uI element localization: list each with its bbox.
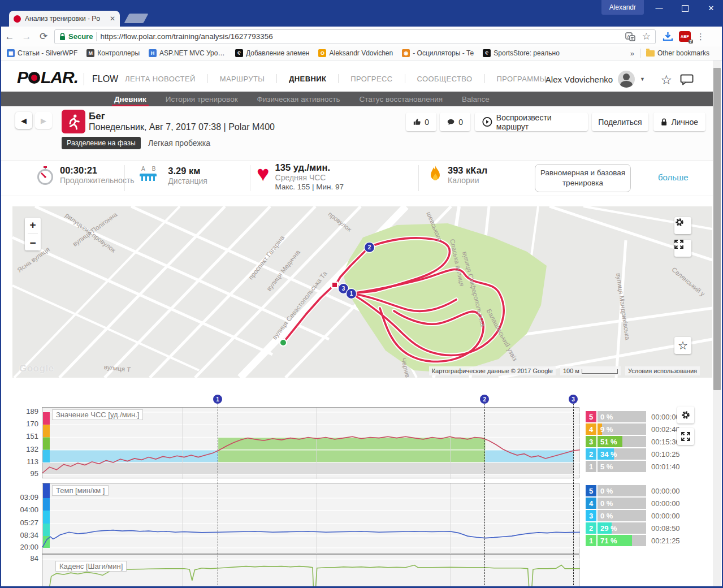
zone-row: 234 % xyxy=(586,448,646,460)
bookmark-item[interactable]: ϚДобавление элемен xyxy=(235,49,309,57)
zone-number: 5 xyxy=(586,411,596,422)
bookmark-item[interactable]: HASP.NET MVC Урок Е xyxy=(149,49,226,57)
axis-tick-label: 151 xyxy=(11,432,38,440)
bookmark-item[interactable]: OAleksandr Vdovichen xyxy=(318,49,393,57)
route-map[interactable]: рилуцький провулоквулиця ПолігоннаЯсна в… xyxy=(12,206,712,378)
map-settings-button[interactable] xyxy=(674,217,691,234)
window-minimize-button[interactable]: — xyxy=(646,0,672,16)
axis-tick-label: 84 xyxy=(11,554,38,563)
zone-number: 1 xyxy=(586,535,596,546)
phase-split-badge[interactable]: Разделение на фазы xyxy=(62,137,141,149)
chart-settings-button[interactable] xyxy=(677,407,694,423)
nav-item[interactable]: ПРОГРЕСС xyxy=(339,75,404,83)
url-text[interactable]: https://flow.polar.com/training/analysis… xyxy=(100,32,618,41)
window-maximize-button[interactable] xyxy=(672,0,698,16)
zone-row: 50 % xyxy=(586,485,646,496)
nav-item[interactable]: СООБЩЕСТВО xyxy=(405,75,484,83)
map-lap-marker[interactable]: 2 xyxy=(365,243,374,252)
reload-icon[interactable]: ⟳ xyxy=(35,31,52,42)
zone-bar: 0 % xyxy=(598,498,646,509)
subnav-item[interactable]: Balance xyxy=(462,92,490,106)
map-zoom-control[interactable]: + − xyxy=(25,218,41,250)
bookmark-item[interactable]: ▦Статьи - SilverWPF xyxy=(7,49,77,57)
subnav-item[interactable]: История тренировок xyxy=(166,92,238,106)
map-favorite-button[interactable]: ☆ xyxy=(674,337,691,354)
cadence-chart-label: Каденс [Шаги/мин] xyxy=(55,561,127,572)
share-button[interactable]: Поделиться xyxy=(592,113,648,131)
stat-calories: 393 кКалКалории xyxy=(428,165,487,185)
secure-badge[interactable]: Secure xyxy=(59,32,93,41)
axis-tick-label: 03:09 xyxy=(11,493,38,501)
sport-title: Бег xyxy=(89,111,105,122)
stat-distance: АВ 3.29 кмДистанция xyxy=(140,166,207,185)
like-button[interactable]: 0 xyxy=(406,113,436,131)
distance-ruler-icon xyxy=(140,174,157,181)
user-menu[interactable]: Alex Vdovichenko ▼ xyxy=(546,71,645,88)
play-route-button[interactable]: Воспроизвести маршрут xyxy=(475,113,588,131)
phase-marker[interactable]: 3 xyxy=(569,395,578,404)
map-scale: 100 м xyxy=(560,366,621,375)
subnav-item[interactable]: Физическая активность xyxy=(257,92,340,106)
next-session-button[interactable]: ▶ xyxy=(35,112,52,129)
address-bar[interactable]: Secure https://flow.polar.com/training/a… xyxy=(54,29,656,44)
bookmarks-overflow-chevron[interactable]: » xyxy=(630,49,634,58)
zone-time: 00:00:00 xyxy=(651,487,691,495)
other-bookmarks-button[interactable]: Other bookmarks xyxy=(646,49,709,57)
subnav-item[interactable]: Дневник xyxy=(114,92,146,106)
zone-percent: 0 % xyxy=(600,498,613,509)
polar-logo-o-icon xyxy=(28,72,40,84)
bookmark-item[interactable]: MКонтроллеры xyxy=(86,49,140,57)
zone-percent: 34 % xyxy=(600,448,617,460)
feedback-chat-icon[interactable] xyxy=(680,74,694,85)
scrollbar-thumb[interactable] xyxy=(713,68,721,390)
map-terms-link[interactable]: Условия использования xyxy=(625,366,700,375)
polar-logo[interactable]: PLAR. xyxy=(17,68,78,87)
bookmark-item[interactable]: ◉- Осцилляторы - Те xyxy=(402,49,474,57)
download-icon[interactable] xyxy=(663,32,673,41)
map-fullscreen-button[interactable] xyxy=(674,240,691,257)
zoom-out-button[interactable]: − xyxy=(29,237,36,249)
zone-bar: 5 % xyxy=(598,461,646,472)
zone-row: 351 % xyxy=(586,436,646,447)
chrome-profile-chip[interactable]: Alexandr xyxy=(601,0,644,15)
previous-session-button[interactable]: ◀ xyxy=(15,112,32,129)
running-sport-icon xyxy=(62,110,85,133)
window-titlebar: Анализ тренировки - Po ✕ Alexandr — ✕ xyxy=(1,0,723,27)
subnav-item[interactable]: Статус восстановления xyxy=(360,92,443,106)
browser-tab[interactable]: Анализ тренировки - Po ✕ xyxy=(9,11,120,27)
chart-plot-area[interactable] xyxy=(42,483,579,554)
phase-marker[interactable]: 2 xyxy=(480,395,489,404)
lock-icon xyxy=(59,33,66,41)
bookmark-item[interactable]: ϚSportsStore: реально xyxy=(483,49,560,57)
adblock-plus-icon[interactable]: ABP7 xyxy=(679,31,691,42)
tab-close-icon[interactable]: ✕ xyxy=(110,15,115,23)
bookmark-star-icon[interactable]: ☆ xyxy=(642,31,651,42)
new-tab-button[interactable] xyxy=(124,14,148,23)
forward-icon[interactable]: → xyxy=(18,31,35,42)
chart-fullscreen-button[interactable] xyxy=(677,428,694,445)
chrome-menu-icon[interactable]: ⋮ xyxy=(696,32,705,42)
favorites-star-icon[interactable]: ☆ xyxy=(660,72,672,88)
more-link[interactable]: больше xyxy=(658,172,689,182)
axis-tick-label: 04:00 xyxy=(11,505,38,514)
polar-header: PLAR. FLOW ЛЕНТА НОВОСТЕЙМАРШРУТЫДНЕВНИК… xyxy=(1,60,713,92)
zoom-in-button[interactable]: + xyxy=(29,219,36,231)
training-benefit-button[interactable]: Равномерная и базовая тренировка xyxy=(535,164,631,192)
comment-button[interactable]: 0 xyxy=(440,113,470,131)
zone-percent: 0 % xyxy=(600,510,613,521)
window-close-button[interactable]: ✕ xyxy=(698,0,723,16)
avatar[interactable] xyxy=(618,71,635,88)
private-button[interactable]: Личное xyxy=(653,113,705,131)
lock-icon xyxy=(661,118,667,127)
translate-icon[interactable]: A xyxy=(625,32,635,41)
zone-percent: 5 % xyxy=(600,461,613,472)
nav-item[interactable]: МАРШРУТЫ xyxy=(208,75,276,83)
nav-item[interactable]: ЛЕНТА НОВОСТЕЙ xyxy=(113,75,207,83)
phase-marker[interactable]: 1 xyxy=(213,395,222,404)
h-icon: H xyxy=(149,49,157,57)
diary-subnav: ДневникИстория тренировокФизическая акти… xyxy=(1,92,713,106)
nav-item[interactable]: ДНЕВНИК xyxy=(277,75,338,83)
map-lap-marker[interactable]: 1 xyxy=(347,289,356,299)
expand-icon xyxy=(674,240,683,249)
back-icon[interactable]: ← xyxy=(1,31,18,42)
